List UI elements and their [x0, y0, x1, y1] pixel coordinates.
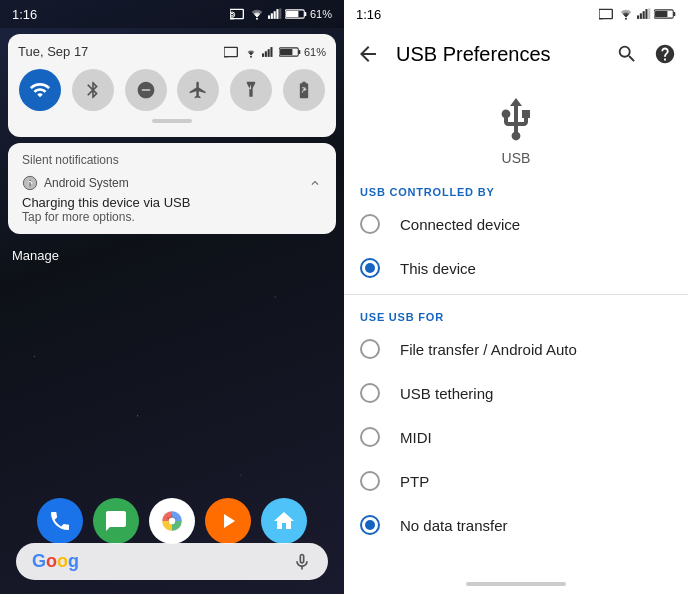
notification-panel: Tue, Sep 17 — [8, 34, 336, 137]
connected-device-label: Connected device — [400, 216, 520, 233]
status-bar-left: 1:16 — [0, 0, 344, 28]
flashlight-toggle[interactable] — [230, 69, 272, 111]
svg-rect-31 — [643, 11, 645, 19]
connected-device-radio[interactable] — [360, 214, 380, 234]
play-app-icon[interactable] — [205, 498, 251, 544]
manage-button[interactable]: Manage — [0, 240, 344, 271]
midi-option[interactable]: MIDI — [344, 415, 688, 459]
photos-icon — [159, 508, 185, 534]
silent-section: Silent notifications Android System Char… — [8, 143, 336, 234]
this-device-dot — [365, 263, 375, 273]
svg-point-2 — [231, 13, 234, 16]
wifi-icon-2 — [243, 46, 259, 58]
screencast-icon — [230, 8, 246, 20]
right-panel: 1:16 — [344, 0, 688, 594]
midi-radio[interactable] — [360, 427, 380, 447]
bluetooth-toggle-icon — [83, 80, 103, 100]
ptp-radio[interactable] — [360, 471, 380, 491]
screencast-icon-2 — [224, 46, 240, 58]
svg-rect-5 — [268, 15, 270, 19]
app-dock — [0, 498, 344, 544]
quick-toggles — [18, 69, 326, 111]
this-device-label: This device — [400, 260, 476, 277]
battery-saver-toggle-icon — [294, 80, 314, 100]
svg-rect-30 — [640, 13, 642, 19]
signal-icon-right — [637, 8, 651, 20]
date-row: Tue, Sep 17 — [18, 44, 326, 59]
usb-icon-container: USB — [344, 80, 688, 174]
notification-title: Charging this device via USB — [22, 195, 322, 210]
status-icons-left: 61% — [230, 8, 332, 20]
svg-point-25 — [169, 518, 176, 525]
svg-rect-36 — [655, 11, 667, 17]
ptp-option[interactable]: PTP — [344, 459, 688, 503]
wifi-toggle-icon — [29, 79, 51, 101]
toolbar: USB Preferences — [344, 28, 688, 80]
flashlight-toggle-icon — [241, 80, 261, 100]
notification-source-label: Android System — [44, 176, 129, 190]
silent-title: Silent notifications — [22, 153, 322, 167]
signal-icon-2 — [262, 46, 276, 58]
this-device-option[interactable]: This device — [344, 246, 688, 290]
bottom-nav-indicator — [466, 582, 566, 586]
status-bar-right: 1:16 — [344, 0, 688, 28]
this-device-radio[interactable] — [360, 258, 380, 278]
messages-icon — [104, 509, 128, 533]
bluetooth-toggle[interactable] — [72, 69, 114, 111]
svg-rect-12 — [286, 11, 298, 17]
airplane-toggle-icon — [188, 80, 208, 100]
svg-rect-20 — [279, 47, 298, 55]
home-app-icon[interactable] — [261, 498, 307, 544]
svg-rect-8 — [276, 9, 278, 19]
android-system-icon — [22, 175, 38, 191]
svg-rect-33 — [648, 8, 650, 19]
svg-rect-29 — [637, 15, 639, 19]
notification-item[interactable]: Android System Charging this device via … — [22, 175, 322, 224]
wifi-icon-right — [618, 8, 634, 20]
svg-rect-21 — [298, 49, 300, 53]
svg-rect-7 — [274, 11, 276, 19]
svg-rect-18 — [268, 49, 270, 57]
usb-icon — [492, 96, 540, 144]
photos-app-icon[interactable] — [149, 498, 195, 544]
svg-rect-10 — [285, 10, 304, 18]
time-right: 1:16 — [356, 7, 381, 22]
notification-source: Android System — [22, 175, 129, 191]
collapse-icon[interactable] — [308, 176, 322, 190]
file-transfer-label: File transfer / Android Auto — [400, 341, 577, 358]
back-button[interactable] — [356, 42, 380, 66]
svg-point-23 — [23, 176, 36, 189]
file-transfer-radio[interactable] — [360, 339, 380, 359]
dnd-toggle[interactable] — [125, 69, 167, 111]
voice-search-icon[interactable] — [292, 552, 312, 572]
no-data-radio[interactable] — [360, 515, 380, 535]
divider-1 — [344, 294, 688, 295]
left-panel: 1:16 — [0, 0, 344, 594]
toolbar-left: USB Preferences — [356, 42, 551, 66]
svg-point-28 — [625, 18, 627, 20]
help-button[interactable] — [654, 43, 676, 65]
phone-app-icon[interactable] — [37, 498, 83, 544]
usb-tethering-option[interactable]: USB tethering — [344, 371, 688, 415]
battery-saver-toggle[interactable] — [283, 69, 325, 111]
connected-device-option[interactable]: Connected device — [344, 202, 688, 246]
no-data-label: No data transfer — [400, 517, 508, 534]
date-text: Tue, Sep 17 — [18, 44, 88, 59]
airplane-toggle[interactable] — [177, 69, 219, 111]
file-transfer-option[interactable]: File transfer / Android Auto — [344, 327, 688, 371]
messages-app-icon[interactable] — [93, 498, 139, 544]
search-button[interactable] — [616, 43, 638, 65]
screencast-icon-right — [599, 8, 615, 20]
status-icons-right — [599, 8, 676, 20]
signal-icon — [268, 8, 282, 20]
usb-tethering-radio[interactable] — [360, 383, 380, 403]
dnd-toggle-icon — [136, 80, 156, 100]
svg-rect-6 — [271, 13, 273, 19]
svg-rect-19 — [270, 47, 272, 57]
midi-label: MIDI — [400, 429, 432, 446]
search-bar[interactable]: Goog — [16, 543, 328, 580]
play-icon — [216, 509, 240, 533]
no-data-option[interactable]: No data transfer — [344, 503, 688, 547]
wifi-toggle[interactable] — [19, 69, 61, 111]
toolbar-right — [616, 43, 676, 65]
